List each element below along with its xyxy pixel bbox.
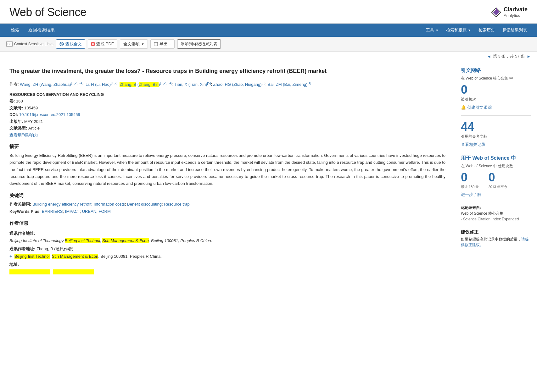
- citation-network-title: 引文网络: [461, 67, 531, 74]
- author-li[interactable]: Li, H (Li, Hao)[1,2]: [86, 82, 117, 87]
- kwp-barriers[interactable]: BARRIERS: [42, 209, 63, 214]
- find-full-text-btn[interactable]: W 查找全文: [56, 39, 85, 49]
- author-tian[interactable]: Tian, X (Tian, Xin)[5]: [175, 82, 211, 87]
- nav-bar: 检索 返回检索结果 工具 ▼ 检索和跟踪 ▼ 检索历史 标记结果列表: [0, 24, 537, 37]
- usage-section: 用于 Web of Science 中 在 Web of Science 中 使…: [461, 155, 531, 197]
- find-pdf-btn[interactable]: ■ 查找 PDF: [88, 39, 117, 49]
- usage-2013-count: 0: [488, 171, 507, 183]
- author-info-section: 通讯作者地址: Beijing Institute of Technology …: [9, 231, 445, 274]
- kw-beer[interactable]: Building energy efficiency retrofit: [32, 202, 92, 207]
- full-options-dropdown-icon: ▼: [141, 42, 144, 46]
- address-title: 地址:: [9, 262, 445, 268]
- clarivate-diamond-icon: [491, 7, 501, 17]
- reprint-h2: Sch Management & Econ: [102, 238, 148, 243]
- doctype-line: 文献类型: Article: [9, 125, 445, 131]
- context-icon: CS: [6, 41, 13, 47]
- record-source: 此记录来自: Web of Science 核心合集 - Science Cit…: [461, 205, 531, 222]
- pubyear-line: 出版年: MAY 2021: [9, 119, 445, 125]
- context-sensitive-links[interactable]: CS Context Sensitive Links: [6, 41, 53, 47]
- suggest-text: 如果希望提高此记录中数据的质量，请提供修正建议。: [461, 236, 531, 248]
- toolbar: CS Context Sensitive Links W 查找全文 ■ 查找 P…: [0, 37, 537, 52]
- references-label: 引用的参考文献: [461, 134, 531, 139]
- addr-highlight-2: [53, 269, 94, 274]
- kw-info[interactable]: Information costs: [94, 202, 125, 207]
- abstract-title: 摘要: [9, 144, 445, 150]
- citations-count: 0: [461, 84, 531, 96]
- clarivate-sub: Analytics: [504, 13, 528, 18]
- kwp-form[interactable]: FORM: [98, 209, 110, 214]
- next-arrow[interactable]: ►: [527, 54, 531, 59]
- author-zhao[interactable]: Zhao, HG (Zhao, Huigang)[5]: [213, 82, 266, 87]
- tools-dropdown-icon: ▼: [435, 29, 439, 32]
- journal-section: RESOURCES CONSERVATION AND RECYCLING 卷: …: [9, 92, 445, 138]
- authors-line: 作者: Wang, ZH (Wang, Zhaohua)[1,2,3,4]; L…: [9, 80, 445, 88]
- abstract-text: Building Energy Efficiency Retrofitting …: [9, 152, 445, 187]
- usage-180-label: 最近 180 天: [461, 185, 479, 189]
- zhang-bin-highlight: Zhang, Bin: [139, 82, 159, 87]
- author-keywords-line: 作者关键词: Building energy efficiency retrof…: [9, 201, 445, 207]
- usage-2013-col: 0 2013 年至今: [488, 171, 507, 189]
- references-count: 44: [461, 121, 531, 133]
- nav-search[interactable]: 检索: [6, 24, 24, 37]
- author-bai[interactable]: Bai, ZM (Bai, Zimeng)[1]: [268, 82, 311, 87]
- address-entry1: + Beijing Inst Technol, Sch Management &…: [9, 254, 445, 259]
- app-title: Web of Science: [9, 6, 86, 19]
- clarivate-name: Clarivate: [504, 6, 528, 13]
- addr-h1: Beijing Inst Technol: [14, 254, 50, 259]
- content-area: The greater the investment, the greater …: [0, 61, 455, 284]
- nav-search-history[interactable]: 检索历史: [475, 24, 499, 37]
- learn-more-link[interactable]: 进一步了解: [461, 192, 531, 197]
- kwp-urban[interactable]: URBAN: [82, 209, 97, 214]
- expand-address-btn[interactable]: +: [9, 254, 12, 259]
- cited-label: 被引频次: [461, 97, 531, 102]
- pagination-text: 第 3 条，共 57 条: [493, 53, 525, 59]
- reprint-author-line: 通讯作者地址: Zhang, B (通讯作者): [9, 246, 445, 252]
- reprint-addr-label: 通讯作者地址:: [9, 231, 445, 236]
- view-related-link[interactable]: 查看相关记录: [461, 142, 531, 147]
- usage-180-col: 0 最近 180 天: [461, 171, 479, 189]
- kw-resource[interactable]: Resource trap: [164, 202, 190, 207]
- sidebar-divider-1: [461, 115, 531, 116]
- pagination-bar: ◄ 第 3 条，共 57 条 ►: [0, 52, 537, 61]
- export-btn[interactable]: 导出...: [150, 39, 175, 49]
- journal-impact-line: 查看期刊影响力: [9, 132, 445, 138]
- zhang-highlight: Zhang, B: [120, 82, 136, 87]
- suggest-section: 建议修正 如果希望提高此记录中数据的质量，请提供修正建议。: [461, 229, 531, 248]
- volume-line: 卷: 168: [9, 98, 445, 104]
- nav-tools[interactable]: 工具 ▼: [422, 24, 442, 37]
- nav-marked-list[interactable]: 标记结果列表: [499, 24, 531, 37]
- in-wos-label: 在 Web of Science 核心合集 中: [461, 76, 531, 81]
- author-wang[interactable]: Wang, ZH (Wang, Zhaohua)[1,2,3,4]: [20, 82, 83, 87]
- export-icon: [154, 42, 158, 46]
- search-track-dropdown-icon: ▼: [468, 29, 471, 32]
- author-zhang[interactable]: Zhang, B (Zhang, Bin)[1,2,3,4]: [120, 82, 172, 87]
- doi-line: DOI: 10.1016/j.resconrec.2021.105459: [9, 112, 445, 118]
- kw-benefit[interactable]: Benefit discounting: [127, 202, 162, 207]
- reprint-h1: Beijing Inst Technol: [65, 238, 100, 243]
- journal-impact-link[interactable]: 查看期刊影响力: [9, 133, 38, 137]
- prev-arrow[interactable]: ◄: [487, 54, 491, 59]
- article-title: The greater the investment, the greater …: [9, 67, 445, 75]
- add-to-marked-list-btn[interactable]: 添加到标记结果列表: [177, 39, 221, 49]
- keywords-title: 关键词: [9, 193, 445, 199]
- kwp-impact[interactable]: IMPACT: [65, 209, 80, 214]
- full-options-btn[interactable]: 全文选项 ▼: [120, 39, 148, 49]
- clarivate-logo: Clarivate Analytics: [491, 6, 528, 18]
- reprint-address: Beijing Institute of Technology Beijing …: [9, 238, 445, 244]
- usage-title: 用于 Web of Science 中: [461, 155, 531, 162]
- nav-search-track[interactable]: 检索和跟踪 ▼: [442, 24, 475, 37]
- addr-h2: Sch Management & Econ: [52, 254, 98, 259]
- usage-180-count: 0: [461, 171, 479, 183]
- authors-label: 作者:: [9, 82, 20, 87]
- page-header: Web of Science Clarivate Analytics: [0, 0, 537, 24]
- keywords-plus-line: KeyWords Plus: BARRIERS; IMPACT; URBAN; …: [9, 208, 445, 215]
- usage-2013-label: 2013 年至今: [488, 185, 507, 189]
- suggest-title: 建议修正: [461, 229, 531, 235]
- sidebar: 引文网络 在 Web of Science 核心合集 中 0 被引频次 🔔 创建…: [455, 61, 537, 284]
- address-highlights-row: [9, 269, 445, 274]
- svg-text:W: W: [60, 43, 63, 46]
- bell-icon: 🔔: [461, 105, 466, 110]
- doi-link[interactable]: 10.1016/j.resconrec.2021.105459: [19, 112, 80, 117]
- create-citation-link[interactable]: 🔔 创建引文跟踪: [461, 105, 531, 110]
- nav-back-results[interactable]: 返回检索结果: [24, 24, 59, 37]
